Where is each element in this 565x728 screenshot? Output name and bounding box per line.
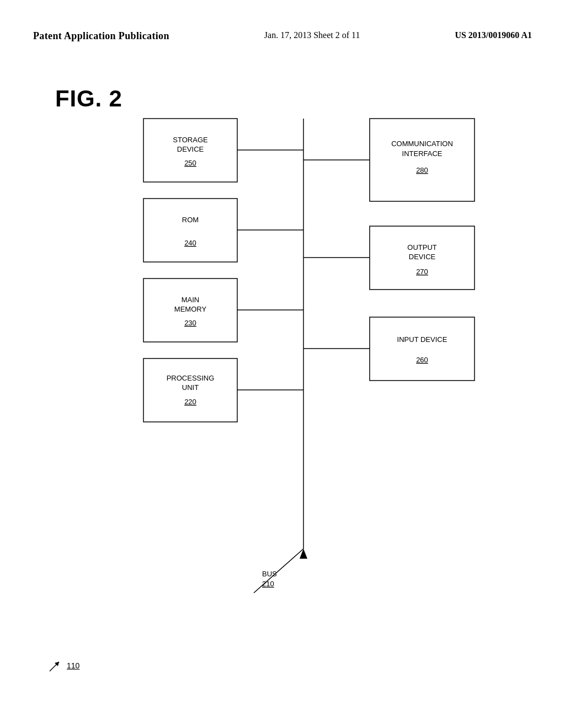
output-device-label2: DEVICE (409, 253, 436, 261)
comm-interface-ref: 280 (416, 166, 428, 174)
storage-device-label2: DEVICE (177, 145, 204, 153)
bus-arrow-line (254, 549, 303, 593)
input-device-box (370, 317, 475, 381)
bus-ref-text: 210 (262, 580, 274, 588)
system-ref-container: 110 (47, 657, 79, 674)
bus-label-text: BUS (262, 570, 277, 578)
processing-unit-ref: 220 (184, 398, 196, 406)
main-memory-ref: 230 (184, 319, 196, 327)
page-header: Patent Application Publication Jan. 17, … (0, 30, 565, 42)
main-memory-label1: MAIN (182, 296, 200, 304)
input-device-ref: 260 (416, 356, 428, 364)
rom-label1: ROM (182, 216, 199, 224)
block-diagram: text { font-family: Arial, sans-serif; f… (99, 85, 543, 673)
bus-arrowhead (300, 549, 307, 559)
comm-interface-label1: COMMUNICATION (391, 140, 453, 148)
system-ref-arrow (47, 657, 63, 674)
main-memory-label2: MEMORY (174, 305, 207, 313)
diagram-svg: text { font-family: Arial, sans-serif; f… (99, 85, 519, 654)
system-ref-label: 110 (67, 661, 79, 670)
input-device-label1: INPUT DEVICE (397, 335, 447, 344)
comm-interface-label2: INTERFACE (402, 149, 443, 158)
rom-ref: 240 (184, 239, 196, 247)
comm-interface-box (370, 119, 475, 201)
storage-device-ref: 250 (184, 159, 196, 167)
publication-date-sheet: Jan. 17, 2013 Sheet 2 of 11 (264, 30, 360, 40)
patent-page: Patent Application Publication Jan. 17, … (0, 0, 565, 728)
publication-number: US 2013/0019060 A1 (455, 30, 532, 40)
storage-device-label1: STORAGE (173, 136, 208, 144)
processing-unit-label1: PROCESSING (167, 374, 215, 382)
rom-box (143, 199, 237, 262)
publication-title: Patent Application Publication (33, 30, 169, 42)
output-device-ref: 270 (416, 267, 428, 276)
processing-unit-label2: UNIT (182, 383, 199, 392)
output-device-label1: OUTPUT (407, 243, 437, 251)
